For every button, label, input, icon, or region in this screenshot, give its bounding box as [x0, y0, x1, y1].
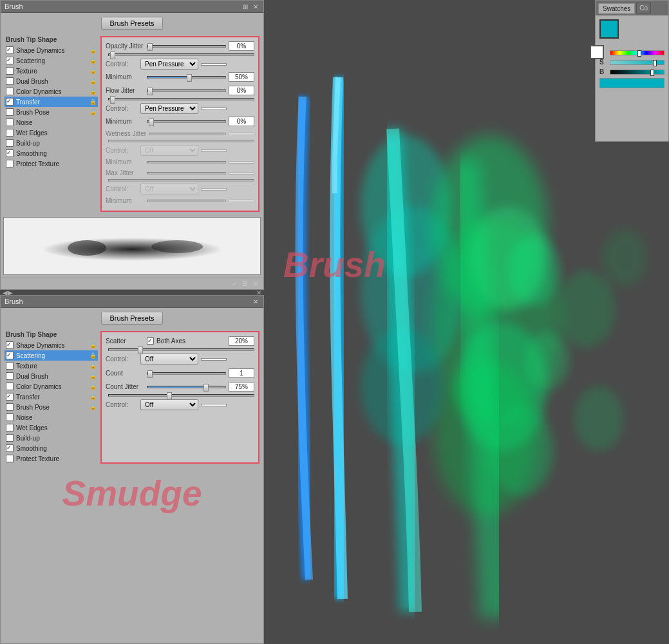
bottom-cb-brush-pose[interactable]: [6, 403, 14, 411]
top-cb-protect-texture[interactable]: [6, 160, 14, 167]
bottom-count-jitter-sub-slider[interactable]: [108, 394, 254, 397]
top-max-control-value: [201, 188, 227, 191]
top-opacity-jitter-slider[interactable]: [147, 45, 226, 48]
svg-point-12: [489, 406, 554, 496]
top-item-shape-dynamics[interactable]: Shape Dynamics 🔒: [5, 45, 98, 55]
canvas-area[interactable]: Brush Swatches Co H: [264, 0, 669, 644]
co-tab[interactable]: Co: [636, 3, 651, 14]
top-minimum-value-1[interactable]: 50%: [229, 72, 254, 82]
b-slider[interactable]: [610, 70, 664, 75]
bottom-label-noise: Noise: [16, 414, 97, 421]
bottom-item-buildup[interactable]: Build-up: [5, 433, 98, 443]
bottom-item-wet-edges[interactable]: Wet Edges: [5, 422, 98, 433]
top-item-color-dynamics[interactable]: Color Dynamics 🔒: [5, 86, 98, 97]
top-cb-dual-brush[interactable]: [6, 77, 14, 85]
bottom-cb-texture[interactable]: [6, 362, 14, 370]
s-slider[interactable]: [610, 60, 664, 65]
bottom-count-slider[interactable]: [147, 372, 226, 375]
bottom-item-dual-brush[interactable]: Dual Brush 🔒: [5, 371, 98, 381]
top-item-texture[interactable]: Texture 🔒: [5, 66, 98, 76]
bottom-item-texture[interactable]: Texture 🔒: [5, 361, 98, 371]
bottom-count-jitter-slider[interactable]: [147, 386, 226, 388]
bottom-brush-presets-button[interactable]: Brush Presets: [101, 312, 162, 325]
bottom-cb-dual-brush[interactable]: [6, 372, 14, 380]
bottom-control-select-2[interactable]: Off Pen Pressure: [140, 399, 198, 410]
top-cb-shape-dynamics[interactable]: [6, 46, 14, 54]
top-cb-texture[interactable]: [6, 67, 14, 75]
bottom-item-protect-texture[interactable]: Protect Texture: [5, 453, 98, 464]
top-brush-presets-button[interactable]: Brush Presets: [101, 17, 162, 30]
top-minimum-slider-1[interactable]: [147, 76, 226, 79]
bottom-item-scattering[interactable]: Scattering 🔒: [5, 350, 98, 361]
bottom-count-label: Count: [106, 370, 144, 377]
left-panel: Brush ⊞ ✕ Brush Presets Brush Tip Shape …: [0, 0, 264, 644]
bottom-item-smoothing[interactable]: Smoothing: [5, 443, 98, 453]
top-item-wet-edges[interactable]: Wet Edges: [5, 128, 98, 138]
scatter-slider[interactable]: [108, 348, 254, 351]
top-cb-brush-pose[interactable]: [6, 108, 14, 116]
top-icon-btn-3[interactable]: ✕: [252, 280, 259, 287]
top-icon-btn-1[interactable]: ✓: [231, 280, 238, 287]
smudge-label-area: Smudge: [1, 466, 263, 520]
top-opacity-jitter-value[interactable]: 0%: [229, 41, 254, 51]
bottom-control-row-2: Control: Off Pen Pressure: [106, 399, 254, 410]
bottom-count-value[interactable]: 1: [229, 368, 254, 378]
bottom-item-shape-dynamics[interactable]: Shape Dynamics 🔒: [5, 340, 98, 350]
top-flow-jitter-slider[interactable]: [147, 90, 226, 92]
panel-close-btn[interactable]: ✕: [252, 3, 259, 10]
bottom-item-brush-pose[interactable]: Brush Pose 🔒: [5, 402, 98, 412]
top-item-brush-pose[interactable]: Brush Pose 🔒: [5, 107, 98, 117]
scatter-value[interactable]: 20%: [229, 336, 254, 346]
bottom-control-select-1[interactable]: Off Pen Pressure: [140, 354, 198, 365]
bottom-cb-protect-texture[interactable]: [6, 455, 14, 462]
foreground-color-box[interactable]: [599, 19, 619, 39]
h-slider[interactable]: [610, 50, 664, 55]
bottom-control-label-1: Control:: [106, 355, 138, 363]
top-item-buildup[interactable]: Build-up: [5, 138, 98, 148]
top-cb-color-dynamics[interactable]: [6, 88, 14, 95]
swatches-tab[interactable]: Swatches: [598, 3, 635, 14]
top-cb-smoothing[interactable]: [6, 149, 14, 157]
svg-point-2: [151, 240, 203, 253]
both-axes-checkbox[interactable]: [147, 337, 154, 345]
bottom-item-transfer[interactable]: Transfer 🔒: [5, 392, 98, 402]
top-flow-sub-slider[interactable]: [108, 98, 254, 100]
bottom-item-color-dynamics[interactable]: Color Dynamics 🔒: [5, 381, 98, 392]
top-lock-shape-dynamics: 🔒: [90, 47, 97, 53]
bottom-cb-smoothing[interactable]: [6, 444, 14, 452]
bottom-brush-list: Brush Tip Shape Shape Dynamics 🔒 Scatter…: [5, 331, 98, 464]
bottom-cb-buildup[interactable]: [6, 434, 14, 442]
bottom-cb-scattering[interactable]: [6, 352, 14, 359]
panel-expand-btn[interactable]: ⊞: [241, 3, 249, 10]
top-item-transfer[interactable]: Transfer 🔒: [5, 97, 98, 107]
bottom-cb-transfer[interactable]: [6, 393, 14, 401]
top-brush-preview: [3, 217, 261, 275]
bottom-cb-noise[interactable]: [6, 413, 14, 421]
top-cb-noise[interactable]: [6, 118, 14, 126]
bottom-count-jitter-value[interactable]: 75%: [229, 382, 254, 392]
background-color-box[interactable]: [590, 45, 604, 59]
top-minimum-value-2[interactable]: 0%: [229, 117, 254, 126]
bottom-panel-expand-btn[interactable]: ✕: [252, 298, 259, 305]
top-item-protect-texture[interactable]: Protect Texture: [5, 158, 98, 169]
color-swatch-bar[interactable]: [599, 78, 664, 88]
top-icon-btn-2[interactable]: ☰: [241, 280, 249, 287]
top-cb-transfer[interactable]: [6, 98, 14, 106]
top-cb-wet-edges[interactable]: [6, 129, 14, 137]
bottom-item-noise[interactable]: Noise: [5, 412, 98, 422]
bottom-cb-shape-dynamics[interactable]: [6, 341, 14, 349]
top-minimum-slider-2[interactable]: [147, 120, 226, 123]
top-item-smoothing[interactable]: Smoothing: [5, 148, 98, 158]
top-opacity-sub-slider[interactable]: [108, 53, 254, 56]
top-item-dual-brush[interactable]: Dual Brush 🔒: [5, 76, 98, 86]
top-flow-jitter-value[interactable]: 0%: [229, 86, 254, 95]
top-cb-buildup[interactable]: [6, 139, 14, 147]
top-item-scattering[interactable]: Scattering 🔒: [5, 55, 98, 66]
bottom-lock-scattering: 🔒: [90, 352, 97, 359]
bottom-cb-color-dynamics[interactable]: [6, 383, 14, 390]
top-cb-scattering[interactable]: [6, 57, 14, 64]
bottom-cb-wet-edges[interactable]: [6, 424, 14, 431]
top-control-select-1[interactable]: Pen Pressure Off Pen Tilt: [140, 59, 198, 70]
top-control-select-2[interactable]: Pen Pressure Off: [140, 103, 198, 114]
top-item-noise[interactable]: Noise: [5, 117, 98, 128]
